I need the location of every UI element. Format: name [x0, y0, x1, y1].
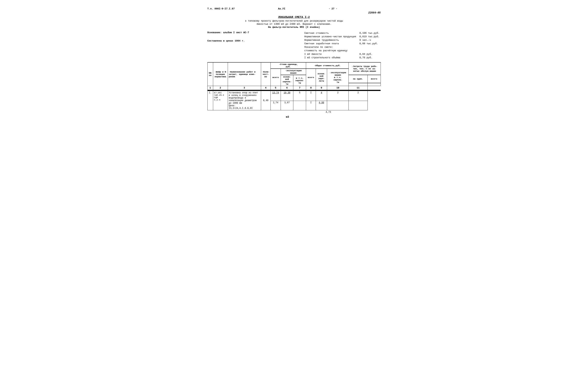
- row-total-base: I: [306, 90, 316, 101]
- cost-info-row: Сметная заработная плата0,08 тыс.руб.: [303, 42, 380, 45]
- row-num: I.: [207, 90, 213, 110]
- th-code: ·Шифр и №позициинорматива: [213, 62, 228, 86]
- row-total-all-2: [293, 101, 306, 110]
- col-n4: 4: [261, 86, 270, 90]
- row-labor-unit-2: [327, 101, 349, 110]
- th-labor-unit2: [349, 83, 368, 86]
- table-unit-row: м3: [207, 114, 381, 119]
- table-column-numbers: 1 2 3 4 5 6 7 8 9 10 11: [207, 86, 381, 90]
- th-num: №№пп: [207, 62, 213, 86]
- th-total-expl: ·эксплуатациимашинв т.ч.зарпла-ты: [327, 68, 349, 86]
- th-labor-unit: на един.: [349, 75, 368, 83]
- th-price-group: ·Стоим.единицы,руб.: [270, 62, 306, 68]
- col-n11: 11: [349, 86, 368, 90]
- col-n10: 10: [327, 86, 349, 90]
- th-total-base: основ-нойзарп-латы: [316, 68, 327, 86]
- col-n2: 2: [213, 86, 228, 90]
- info-right: Сметная стоимость0,106 тыс.руб.Нормативн…: [303, 31, 381, 60]
- row-total-expl-2: 4,99: [316, 101, 327, 110]
- doc-section: Аа.УI: [278, 8, 285, 10]
- th-total-group: ·Общая стоимость,руб.: [306, 62, 349, 68]
- row-price-all-2: 2,74: [270, 101, 281, 110]
- col-n5: 5: [270, 86, 281, 90]
- row-labor-unit: 2: [327, 90, 349, 101]
- row-labor-total-2: [349, 101, 368, 110]
- row-code: Е7-35Iтаб.25-IСЦМп.2-4: [213, 90, 228, 110]
- page-number: - 27 -: [329, 8, 337, 10]
- th-labor-total2: [368, 83, 381, 86]
- row-total-expl: 4: [316, 90, 327, 101]
- th-labor-total: всего: [368, 75, 381, 83]
- col-n1: 1: [207, 86, 213, 90]
- cost-info-row: Сметная стоимость0,106 тыс.руб.: [303, 32, 380, 35]
- table-row: I.Е7-35Iтаб.25-IСЦМп.2-4Установка опор и…: [207, 90, 381, 101]
- cost-info-row: I м3 строительного объёма0,76 руб.: [303, 56, 380, 59]
- th-qty: ·Коли-чест-во: [261, 62, 270, 86]
- doc-number: 22664-05: [207, 11, 381, 14]
- table-header-row1: №№пп ·Шифр и №позициинорматива ·Наименов…: [207, 62, 381, 68]
- row-total-all: 5: [293, 90, 306, 101]
- row-labor-total: 2: [349, 90, 368, 101]
- title-section: ЛОКАЛЬНАЯ СМЕТА I-2 к типовому проекту ф…: [207, 16, 381, 28]
- col-n7: 7: [293, 86, 306, 90]
- page-header: Т.п. 090I-9-I7.I.87 Аа.УI - 27 -: [207, 8, 381, 10]
- title-sub1: к типовому проекту фильтров-поглотителей…: [207, 20, 381, 22]
- col-n9: 9: [316, 86, 327, 90]
- cost-info-row: Нормативная условно-чистая продукция0,01…: [303, 35, 380, 38]
- info-left: Основание: альбом I лист АС-7 Составлена…: [207, 31, 249, 60]
- row-price-base-2: 3,67: [281, 101, 293, 110]
- row-qty: 0,40: [261, 90, 270, 110]
- th-labor-group: ·Затраты труда рабо-чих, чел.-ч не за-ня…: [349, 62, 381, 75]
- table-row-sub2: 4,73: [207, 110, 381, 114]
- cost-info-row: I м3 ёмкости0,04 руб.: [303, 52, 380, 56]
- th-price-expl-zp: в т.ч.зарпла-ты: [293, 75, 306, 86]
- main-table: №№пп ·Шифр и №позициинорматива ·Наименов…: [207, 62, 381, 119]
- title-sub2: ёмкостью от 1300 м3 до 2400 м3. Вариант …: [207, 23, 381, 26]
- row-total-base-2: I: [306, 101, 316, 110]
- info-section: Основание: альбом I лист АС-7 Составлена…: [207, 31, 381, 60]
- th-total-all: всего: [306, 68, 316, 86]
- cost-info-table: Сметная стоимость0,106 тыс.руб.Нормативн…: [303, 31, 381, 60]
- cost-info-row: Показатели по смете:: [303, 46, 380, 49]
- col-n6: 6: [281, 86, 293, 90]
- th-price-all: всего: [270, 68, 281, 86]
- row-price-base: 10,30: [281, 90, 293, 101]
- year-label: Составлена в ценах 1984 г.: [207, 40, 249, 42]
- basis-label: Основание: альбом I лист АС-7: [207, 31, 249, 34]
- col-n8: 8: [306, 86, 316, 90]
- cost-info-row: Нормативная трудоёмкость9 чел.-ч: [303, 38, 380, 42]
- doc-ref: Т.п. 090I-9-I7.I.87: [207, 8, 235, 10]
- cost-info-row: стоимость на расчётную единицу: [303, 49, 380, 52]
- th-price-expl: ·эксплуатациимашин: [281, 68, 306, 75]
- th-name: ·Наименование работ изатрат, единица изм…: [228, 62, 261, 86]
- title-sub3: На фильтр-поглотитель ФПI (I ячейка): [207, 26, 381, 28]
- col-n3: 3: [228, 86, 261, 90]
- row-name: Установка опор из плит и колец в сооруже…: [228, 90, 261, 110]
- title-main: ЛОКАЛЬНАЯ СМЕТА I-2: [207, 16, 381, 19]
- row-price-all: 13,74: [270, 90, 281, 101]
- th-price-base: основ-нойзарпла-ты: [281, 75, 293, 86]
